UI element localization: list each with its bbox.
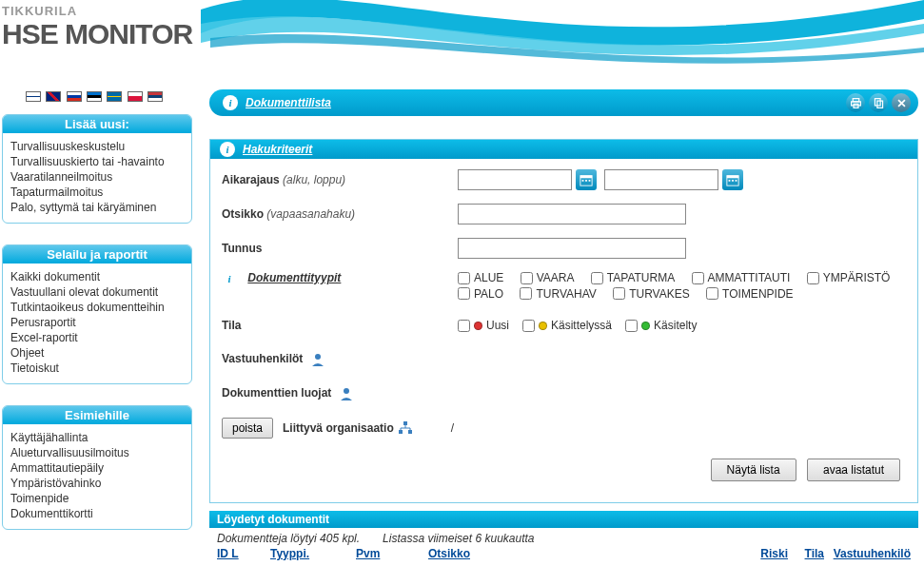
org-icon[interactable] bbox=[398, 420, 413, 436]
svg-rect-18 bbox=[399, 430, 403, 434]
svg-rect-14 bbox=[736, 180, 737, 182]
type-checkbox[interactable]: TOIMENPIDE bbox=[706, 287, 793, 301]
panel-add-new: Lisää uusi: Turvallisuuskeskustelu Turva… bbox=[2, 114, 192, 224]
flag-rs[interactable] bbox=[147, 91, 163, 102]
sidebar-item[interactable]: Vaaratilanneilmoitus bbox=[10, 169, 184, 185]
col-title[interactable]: Otsikko bbox=[428, 547, 470, 560]
sidebar-item[interactable]: Ammattitautiepäily bbox=[10, 460, 184, 476]
type-checkbox[interactable]: TURVAKES bbox=[613, 287, 690, 301]
close-icon[interactable] bbox=[892, 93, 911, 112]
print-icon[interactable] bbox=[846, 93, 865, 112]
date-end-input[interactable] bbox=[604, 169, 718, 190]
label-organization: Liittyvä organisaatio bbox=[283, 421, 394, 435]
sidebar-item[interactable]: Ympäristövahinko bbox=[10, 476, 184, 491]
sidebar-item[interactable]: Ohjeet bbox=[10, 345, 184, 361]
svg-rect-17 bbox=[403, 421, 407, 425]
col-responsible[interactable]: Vastuuhenkilö bbox=[834, 547, 911, 560]
header-wave-graphic bbox=[201, 0, 924, 86]
found-range: Listassa viimeiset 6 kuukautta bbox=[383, 532, 534, 545]
search-heading[interactable]: Hakukriteerit bbox=[243, 143, 312, 156]
panel-managers-title: Esimiehille bbox=[3, 406, 191, 424]
type-checkbox[interactable]: PALO bbox=[458, 287, 503, 301]
sidebar-item[interactable]: Toimenpide bbox=[10, 491, 184, 506]
sidebar-item[interactable]: Tietoiskut bbox=[10, 361, 184, 376]
flag-gb[interactable] bbox=[46, 91, 61, 102]
table-header: ID L Tyyppi. Pvm Otsikko Riski Tila Vast… bbox=[209, 547, 918, 564]
label-id: Tunnus bbox=[222, 242, 458, 255]
status-checkbox-processed[interactable]: Käsitelty bbox=[625, 319, 697, 332]
sidebar-item[interactable]: Perusraportit bbox=[10, 315, 184, 330]
sidebar-item[interactable]: Palo, syttymä tai käryäminen bbox=[10, 200, 184, 215]
status-checkbox-new[interactable]: Uusi bbox=[458, 319, 509, 332]
sidebar-item[interactable]: Tapaturmailmoitus bbox=[10, 185, 184, 200]
app-header: TIKKURILA HSE MONITOR bbox=[0, 0, 924, 86]
brand-name: TIKKURILA bbox=[2, 4, 192, 18]
svg-rect-6 bbox=[580, 176, 592, 179]
svg-rect-7 bbox=[582, 180, 584, 182]
col-date[interactable]: Pvm bbox=[356, 547, 380, 560]
found-count: Dokumentteja löytyi 405 kpl. bbox=[217, 532, 360, 545]
sidebar-item[interactable]: Tutkintaoikeus dokumentteihin bbox=[10, 300, 184, 315]
svg-rect-11 bbox=[727, 176, 738, 179]
label-status: Tila bbox=[222, 319, 458, 332]
label-responsible: Vastuuhenkilöt bbox=[222, 352, 303, 365]
svg-rect-13 bbox=[732, 180, 734, 182]
hint-title: (vapaasanahaku) bbox=[266, 207, 355, 221]
col-status[interactable]: Tila bbox=[805, 547, 824, 560]
show-list-button[interactable]: Näytä lista bbox=[711, 459, 796, 481]
svg-rect-8 bbox=[585, 180, 587, 182]
date-start-input[interactable] bbox=[458, 169, 572, 190]
person-icon[interactable] bbox=[339, 386, 354, 401]
col-id[interactable]: ID L bbox=[217, 547, 239, 560]
type-checkbox[interactable]: TURVAHAV bbox=[520, 287, 596, 301]
org-value: / bbox=[451, 421, 454, 435]
found-heading: Löydetyt dokumentit bbox=[209, 511, 918, 528]
flag-ee[interactable] bbox=[87, 91, 102, 102]
page-title[interactable]: Dokumenttilista bbox=[246, 96, 331, 109]
sidebar-item[interactable]: Excel-raportit bbox=[10, 330, 184, 345]
info-icon[interactable]: i bbox=[220, 142, 235, 157]
svg-rect-19 bbox=[408, 430, 412, 434]
sidebar-item[interactable]: Alueturvallisuusilmoitus bbox=[10, 445, 184, 460]
label-creators: Dokumenttien luojat bbox=[222, 386, 331, 400]
open-listed-button[interactable]: avaa listatut bbox=[807, 459, 900, 481]
status-checkbox-processing[interactable]: Käsittelyssä bbox=[522, 319, 612, 332]
col-type[interactable]: Tyyppi. bbox=[270, 547, 309, 560]
hint-date-range: (alku, loppu) bbox=[283, 173, 345, 186]
panel-browse-title: Selailu ja raportit bbox=[3, 245, 191, 263]
type-checkbox[interactable]: AMMATTITAUTI bbox=[692, 271, 791, 284]
type-checkbox[interactable]: TAPATURMA bbox=[591, 271, 675, 284]
copy-icon[interactable] bbox=[869, 93, 888, 112]
sidebar-item[interactable]: Vastuullani olevat dokumentit bbox=[10, 284, 184, 300]
sidebar-item[interactable]: Käyttäjähallinta bbox=[10, 430, 184, 445]
title-input[interactable] bbox=[458, 204, 686, 224]
calendar-icon[interactable] bbox=[722, 169, 743, 190]
info-icon[interactable]: i bbox=[223, 95, 238, 110]
calendar-icon[interactable] bbox=[576, 169, 597, 190]
info-icon[interactable]: i bbox=[222, 271, 237, 286]
flag-ru[interactable] bbox=[67, 91, 82, 102]
svg-rect-9 bbox=[589, 180, 591, 182]
panel-add-new-title: Lisää uusi: bbox=[3, 115, 191, 133]
label-title: Otsikko bbox=[222, 207, 264, 221]
label-doc-types[interactable]: Dokumenttityypit bbox=[247, 271, 341, 284]
label-date-range: Aikarajaus bbox=[222, 173, 280, 186]
svg-rect-12 bbox=[729, 180, 731, 182]
sidebar-item[interactable]: Kaikki dokumentit bbox=[10, 269, 184, 284]
sidebar-item[interactable]: Turvallisuuskeskustelu bbox=[10, 139, 184, 154]
product-name: HSE MONITOR bbox=[2, 18, 192, 50]
flag-fi[interactable] bbox=[26, 91, 41, 102]
language-flags bbox=[2, 89, 192, 103]
person-icon[interactable] bbox=[310, 352, 325, 367]
type-checkbox[interactable]: YMPÄRISTÖ bbox=[807, 271, 891, 284]
sidebar-item[interactable]: Dokumenttikortti bbox=[10, 506, 184, 521]
flag-pl[interactable] bbox=[128, 91, 143, 102]
type-checkbox[interactable]: ALUE bbox=[458, 271, 503, 284]
remove-button[interactable]: poista bbox=[222, 418, 273, 439]
sidebar-item[interactable]: Turvallisuuskierto tai -havainto bbox=[10, 154, 184, 169]
search-criteria-box: i Hakukriteerit Aikarajaus (alku, loppu)… bbox=[209, 139, 918, 503]
id-input[interactable] bbox=[458, 238, 686, 259]
type-checkbox[interactable]: VAARA bbox=[521, 271, 575, 284]
flag-se[interactable] bbox=[107, 91, 122, 102]
col-risk[interactable]: Riski bbox=[760, 547, 788, 560]
